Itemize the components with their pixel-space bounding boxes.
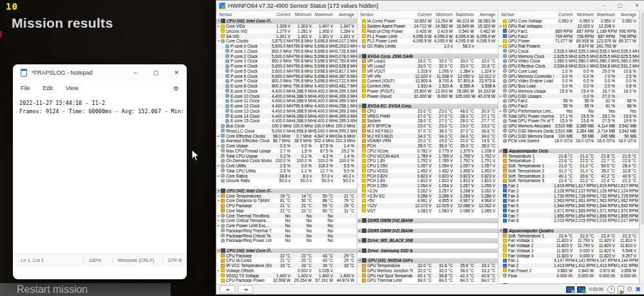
expand-arrow-icon[interactable]: ▸ <box>216 24 221 28</box>
sensor-row[interactable]: Temperature 121.8 °C21.3 °C21.8 °C21.5 °… <box>498 153 639 158</box>
sensor-row[interactable]: Fan 71,856 RPM1,854 RPM1,856 RPM1,855 RP… <box>498 213 639 218</box>
sensor-row[interactable]: GPU Hot Spot Temperature40.1 °C39.8 °C42… <box>357 273 498 278</box>
sensor-row[interactable]: ATX 6P/PCIe23.0 °C23.0 °C23.0 °C23.0 °C <box>357 124 498 129</box>
sensor-row[interactable]: Max CPU/Thread Usage2.7 %1.5 %67.5 %29.2… <box>216 149 357 154</box>
sensor-row[interactable]: Core Max21 °C20 °C50 °C31 °C <box>216 208 357 214</box>
sensor-row[interactable]: Flow0.000 l/h0.000 l/h0.000 l/h0.000 l/h <box>498 273 639 278</box>
sensor-group-header[interactable]: ▾CPU [#0]: Intel Core i7-1... <box>216 189 357 194</box>
column-header-current[interactable]: Current <box>554 12 575 17</box>
sensor-row[interactable]: M.2 KEY-M(1)37.0 °C36.0 °C37.0 °C36.6 °C <box>357 129 498 134</box>
collapse-arrow-icon[interactable]: ▾ <box>216 189 221 193</box>
sensor-row[interactable]: GPU Video Clock1,980.0 MHz1,980.0 MHz1,9… <box>498 59 639 64</box>
sensor-row[interactable]: CPU Package21 °C21 °C50 °C29 °C <box>216 203 357 208</box>
sensor-group-header[interactable]: ▾Aquacomputer Octo <box>498 149 639 154</box>
sensor-row[interactable]: VR VIN12.020 V11.938 V12.050 V12.012 V <box>357 73 498 79</box>
collapse-arrow-icon[interactable]: ▾ <box>216 19 221 23</box>
sensor-row[interactable]: ▸Core Utility2.5 %0.0 %118.3 %5.5 % <box>216 163 357 169</box>
collapse-arrow-icon[interactable]: ▾ <box>498 283 503 284</box>
sensor-row[interactable]: Uncore VID1.279 V1.281 V1.306 V1.284 V <box>216 29 357 34</box>
sensor-row[interactable]: GPU Memory Clock2,625.5 MHz2,625.5 MHz2,… <box>498 53 639 59</box>
sensor-group-header[interactable]: ▾Aquacomputer highflow <box>498 283 639 284</box>
collapse-arrow-icon[interactable]: ▾ <box>498 149 503 153</box>
sensor-group-header[interactable]: ▾EVGA Corp. Z690 DARK ... <box>357 53 498 59</box>
sensor-row[interactable]: Rest-of-Chip Power0.426 W0.419 W0.540 W0… <box>357 29 498 34</box>
sensor-row[interactable]: Soft. Temperature 340.1 °C39.6 °C42.2 °C… <box>498 173 639 178</box>
sensor-row[interactable]: ▸OC Ratio Limits1.0 x58.0 x <box>357 44 498 49</box>
column-header-sensor[interactable]: Sensor <box>216 12 272 17</box>
expand-arrow-icon[interactable]: ▸ <box>357 228 362 233</box>
encoding[interactable]: UTF-8 <box>163 257 187 263</box>
sensor-row[interactable]: E-core 10 Clock4,400.0 MHz4,388.9 MHz4,4… <box>216 93 357 98</box>
sensor-row[interactable]: ▸Core Distance to TjMAX81 °C50 °C86 °C79… <box>216 198 357 203</box>
sensor-row[interactable]: CPU Package22 °C22 °C43 °C29 °C <box>216 253 357 258</box>
expand-arrow-icon[interactable]: ▸ <box>216 134 221 138</box>
sensor-row[interactable]: Bus Clock100.0 MHz100.0 MHz100.0 MHz100.… <box>216 124 357 129</box>
sensor-row[interactable]: Temperature 222.6 °C22.5 °C22.7 °C22.6 °… <box>498 158 639 163</box>
expand-arrow-icon[interactable]: ▸ <box>498 94 503 98</box>
sensor-row[interactable]: GPU Memory Controller L...0.0 %0.0 %7.0 … <box>498 73 639 79</box>
collapse-arrow-icon[interactable]: ▾ <box>216 248 221 253</box>
sensor-row[interactable]: PL2 Power Limit4,095.9 W4,095.9 W4,095.9… <box>357 39 498 44</box>
sensor-row[interactable]: VDIMM VRM20.0 °C19.0 °C20.0 °C19.5 °C <box>357 138 498 143</box>
sensor-row[interactable]: M.2 KEY-M(2)34.0 °C34.0 °C34.0 °C34.0 °C <box>357 133 498 138</box>
sensor-row[interactable]: GPU Memory Usage15.9 %15.4 %16.7 %16.0 % <box>498 89 639 94</box>
sensor-row[interactable]: ▸Core VIDs1.328 V1.303 V1.407 V1.347 V <box>216 24 357 29</box>
zoom-level[interactable]: 100% <box>84 257 112 263</box>
sensor-row[interactable]: GPU Fan2709 RPM706 RPM887 RPM796 RPM <box>498 33 639 39</box>
sensor-row[interactable]: ▸Core Critical Tempera...NoNoNo <box>216 218 357 223</box>
expand-arrow-icon[interactable]: ▸ <box>216 198 221 203</box>
sensor-row[interactable]: Fan 14,147 RPM4,141 RPM4,147 RPM4,144 RP… <box>498 258 639 263</box>
sensor-group-header[interactable]: ▾CPU [#0]: Intel Core i7-1... <box>216 19 357 24</box>
hwinfo-titlebar[interactable]: HWiNFO64 v7.32-4900 Sensor Status [173 v… <box>216 1 644 11</box>
sensor-row[interactable]: ▸Core Effective Clocks98.0 MHz0.7 MHz4,8… <box>216 133 357 138</box>
sensor-row[interactable]: PCH35.0 °C35.0 °C35.0 °C35.0 °C <box>357 143 498 149</box>
vertical-scrollbar[interactable] <box>639 11 644 284</box>
minimize-icon[interactable]: – <box>596 1 611 11</box>
sensor-row[interactable]: Total CPU Usage0.3 %0.1 %4.3 %1.4 % <box>216 153 357 158</box>
sensor-row[interactable]: PCH 0.82V0.823 V0.820 V0.823 V0.823 V <box>357 173 498 178</box>
column-header-minimum[interactable]: Minimum <box>575 12 596 17</box>
sensor-row[interactable]: Package/Ring Power Limi...NoNoNo <box>216 238 357 243</box>
expand-arrow-icon[interactable]: ▸ <box>216 143 221 148</box>
sensor-row[interactable]: Soft. Temperature 122.4 °C22.3 °C22.4 °C… <box>498 233 639 238</box>
expand-arrow-icon[interactable]: ▸ <box>216 194 221 198</box>
sensor-row[interactable]: ▸GPU Performance Limi...YesNoYesYes <box>498 109 639 114</box>
collapse-columns-button[interactable]: ◂◂ <box>238 285 253 293</box>
sensor-row[interactable]: GPU Core Voltage0.950 V0.950 V0.950 V0.9… <box>498 19 639 24</box>
sensor-row[interactable]: VDDQ TX Voltage1.400 V1.400 V1.400 V1.40… <box>216 273 357 278</box>
sensor-row[interactable]: Soft. Temperature 522.4 °C22.2 °C22.4 °C… <box>498 178 639 183</box>
sensor-row[interactable]: ▾Core Clocks3,875.0 MHz799.8 MHz5,698.6 … <box>216 39 357 44</box>
sensor-row[interactable]: ▸GPU D3D Usages0.0 %27.0 % <box>498 93 639 98</box>
sensor-row[interactable]: VGT1.083 V1.083 V1.086 V1.085 V <box>357 208 498 214</box>
sensor-row[interactable]: P-core 0 Clock5,600.0 MHz799.8 MHz5,698.… <box>216 44 357 49</box>
collapse-arrow-icon[interactable]: ▾ <box>216 39 221 43</box>
expand-arrow-icon[interactable]: ▸ <box>357 44 362 48</box>
sensor-row[interactable]: Fan 22,126 RPM2,122 RPM2,126 RPM2,124 RP… <box>498 189 639 194</box>
sensor-row[interactable]: E-core 15 Clock4,400.0 MHz4,388.9 MHz4,4… <box>216 118 357 124</box>
sensor-row[interactable]: P-core 6 Clock5,600.0 MHz799.8 MHz5,698.… <box>216 73 357 79</box>
expand-arrow-icon[interactable]: ▸ <box>357 218 362 223</box>
sensor-row[interactable]: ▸Core Temperatures19 °C14 °C50 °C21 °C <box>216 193 357 198</box>
sensor-row[interactable]: GPU Memory Junction Te...32.0 °C32.0 °C3… <box>357 268 498 273</box>
sensor-row[interactable]: ▸Core Usage0.3 %0.0 %67.5 %1.4 % <box>216 143 357 149</box>
sensor-row[interactable]: ▸Core Thermal ThrottlingNoNoNo <box>216 213 357 218</box>
column-header-average[interactable]: Average <box>477 12 498 17</box>
close-icon[interactable]: ✕ <box>166 64 187 81</box>
menu-item-view[interactable]: View <box>66 85 78 91</box>
sensor-row[interactable]: P-core 3 Clock800.0 MHz799.8 MHz5,698.6 … <box>216 59 357 64</box>
expand-arrow-icon[interactable]: ▸ <box>216 214 221 218</box>
sensor-group-header[interactable]: ▸DDR5 DIMM [#2] (BANK ... <box>357 228 498 234</box>
collapse-arrow-icon[interactable]: ▾ <box>357 104 362 108</box>
sensor-row[interactable]: CPU 1.8V1.792 V1.789 V1.792 V1.791 V <box>357 158 498 163</box>
sensor-row[interactable]: VR VOUT1.318 V1.296 V1.384 V1.324 V <box>357 69 498 74</box>
sensor-row[interactable]: ▸Core Ratios38.8 x8.0 x57.0 x40.2 x <box>216 173 357 178</box>
sensor-row[interactable]: On-Demand Clock Modul...100.0 %100.0 %10… <box>216 158 357 163</box>
sensor-row[interactable]: GPU Thermal Limit84.0 °C84.0 °C84.0 °C84… <box>357 278 498 283</box>
expand-arrow-icon[interactable]: ▸ <box>216 163 221 168</box>
sensor-row[interactable]: Package/Ring Thermal Th...NoNoNo <box>216 228 357 234</box>
sensor-row[interactable]: PL1 Power Limit4,095.9 W4,095.9 W4,095.9… <box>357 33 498 39</box>
column-header-average[interactable]: Average <box>618 12 639 17</box>
expand-arrow-icon[interactable]: ▸ <box>216 223 221 228</box>
sensor-row[interactable]: GPU D3D Memory Dedica...3,510 MB3,384 MB… <box>498 129 639 134</box>
sensor-row[interactable]: Soft. Temperature 231.0 °C31.0 °C35.0 °C… <box>498 169 639 174</box>
